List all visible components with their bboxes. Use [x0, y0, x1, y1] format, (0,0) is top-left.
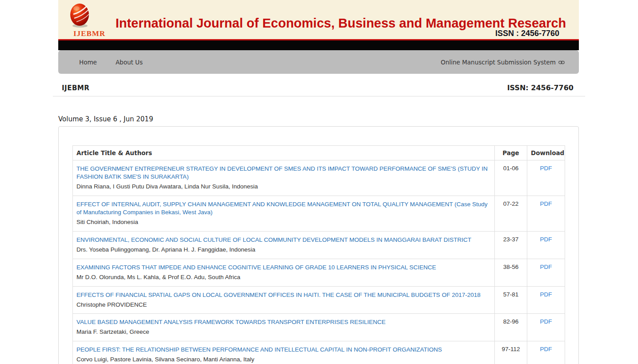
- article-title-link[interactable]: EFFECTS OF FINANCIAL SPATIAL GAPS ON LOC…: [76, 291, 491, 299]
- article-authors: Siti Choiriah, Indonesia: [76, 218, 491, 226]
- page-cell: 23-37: [495, 231, 527, 259]
- page-cell: 38-56: [495, 259, 527, 286]
- header-column: IJEBMR International Journal of Economic…: [58, 0, 579, 74]
- article-title-link[interactable]: EFFECT OF INTERNAL AUDIT, SUPPLY CHAIN M…: [76, 200, 491, 216]
- main-nav: Home About Us Online Manuscript Submissi…: [58, 50, 579, 74]
- banner-divider-bar: [58, 40, 579, 50]
- article-cell: PEOPLE FIRST: THE RELATIONSHIP BETWEEN P…: [73, 341, 495, 364]
- page-range: 38-56: [503, 264, 519, 270]
- article-title-link[interactable]: PEOPLE FIRST: THE RELATIONSHIP BETWEEN P…: [76, 346, 491, 354]
- table-row: PEOPLE FIRST: THE RELATIONSHIP BETWEEN P…: [73, 341, 565, 364]
- nav-item-home[interactable]: Home: [79, 59, 97, 66]
- article-authors: Corvo Luigi, Pastore Lavinia, Silvana Se…: [76, 356, 491, 364]
- article-authors: Maria F. Sartzetaki, Greece: [76, 328, 491, 336]
- download-cell: PDF: [527, 259, 565, 286]
- article-authors: Dinna Riana, I Gusti Putu Diva Awatara, …: [76, 183, 491, 191]
- article-authors: Mr D.O. Olorunda, Ms L. Kahla, & Prof E.…: [76, 273, 491, 281]
- download-cell: PDF: [527, 196, 565, 231]
- download-cell: PDF: [527, 314, 565, 341]
- article-authors: Christophe PROVIDENCE: [76, 301, 491, 309]
- page-range: 57-81: [503, 291, 519, 298]
- article-cell: EFFECTS OF FINANCIAL SPATIAL GAPS ON LOC…: [73, 286, 495, 314]
- article-table-body: THE GOVERNMENT ENTREPRENEUR STRATEGY IN …: [73, 160, 565, 364]
- pdf-download-link[interactable]: PDF: [540, 165, 552, 172]
- article-cell: EXAMINING FACTORS THAT IMPEDE AND ENHANC…: [73, 259, 495, 286]
- manuscript-submission-label[interactable]: Online Manuscript Submission System: [441, 59, 556, 66]
- page-cell: 07-22: [495, 196, 527, 231]
- nav-item-about-us[interactable]: About Us: [116, 59, 143, 66]
- articles-table: Article Title & Authors Page Download TH…: [72, 145, 565, 364]
- pdf-download-link[interactable]: PDF: [540, 264, 552, 270]
- journal-archive-page: IJEBMR International Journal of Economic…: [0, 0, 638, 364]
- article-cell: VALUE BASED MANAGEMENT ANALYSIS FRAMEWOR…: [73, 314, 495, 341]
- table-row: EXAMINING FACTORS THAT IMPEDE AND ENHANC…: [73, 259, 565, 286]
- table-row: ENVIRONMENTAL, ECONOMIC AND SOCIAL CULTU…: [73, 231, 565, 259]
- download-cell: PDF: [527, 231, 565, 259]
- table-row: VALUE BASED MANAGEMENT ANALYSIS FRAMEWOR…: [73, 314, 565, 341]
- article-cell: THE GOVERNMENT ENTREPRENEUR STRATEGY IN …: [73, 160, 495, 196]
- download-cell: PDF: [527, 341, 565, 364]
- table-header-row: Article Title & Authors Page Download: [73, 146, 565, 160]
- column-header-title: Article Title & Authors: [73, 146, 495, 160]
- subheader-issn: ISSN: 2456-7760: [507, 84, 574, 92]
- column-header-download: Download: [527, 146, 565, 160]
- page-range: 23-37: [503, 236, 519, 243]
- pdf-download-link[interactable]: PDF: [540, 318, 552, 325]
- page-cell: 82-96: [495, 314, 527, 341]
- issue-heading: Volume 3, Issue 6 , Jun 2019: [58, 115, 638, 123]
- articles-panel: Article Title & Authors Page Download TH…: [58, 126, 579, 364]
- download-cell: PDF: [527, 160, 565, 196]
- page-range: 01-06: [503, 165, 519, 172]
- banner-issn: ISSN : 2456-7760: [495, 29, 559, 38]
- article-cell: ENVIRONMENTAL, ECONOMIC AND SOCIAL CULTU…: [73, 231, 495, 259]
- logo-text: IJEBMR: [73, 29, 125, 38]
- article-authors: Drs. Yoseba Pulinggomang, Dr. Apriana H.…: [76, 246, 491, 254]
- link-icon: [558, 59, 565, 66]
- nav-links: Home About Us: [58, 59, 143, 66]
- table-row: EFFECTS OF FINANCIAL SPATIAL GAPS ON LOC…: [73, 286, 565, 314]
- table-row: THE GOVERNMENT ENTREPRENEUR STRATEGY IN …: [73, 160, 565, 196]
- pdf-download-link[interactable]: PDF: [540, 291, 552, 298]
- page-cell: 57-81: [495, 286, 527, 314]
- page-cell: 97-112: [495, 341, 527, 364]
- page-cell: 01-06: [495, 160, 527, 196]
- manuscript-submission-link[interactable]: Online Manuscript Submission System: [441, 59, 579, 66]
- pdf-download-link[interactable]: PDF: [540, 346, 552, 352]
- column-header-page: Page: [495, 146, 527, 160]
- page-range: 82-96: [503, 318, 519, 325]
- journal-banner: IJEBMR International Journal of Economic…: [58, 0, 579, 40]
- pdf-download-link[interactable]: PDF: [540, 200, 552, 207]
- article-title-link[interactable]: VALUE BASED MANAGEMENT ANALYSIS FRAMEWOR…: [76, 318, 491, 326]
- article-cell: EFFECT OF INTERNAL AUDIT, SUPPLY CHAIN M…: [73, 196, 495, 231]
- download-cell: PDF: [527, 286, 565, 314]
- article-title-link[interactable]: ENVIRONMENTAL, ECONOMIC AND SOCIAL CULTU…: [76, 236, 491, 244]
- page-range: 07-22: [503, 200, 519, 207]
- article-title-link[interactable]: THE GOVERNMENT ENTREPRENEUR STRATEGY IN …: [76, 165, 491, 181]
- article-title-link[interactable]: EXAMINING FACTORS THAT IMPEDE AND ENHANC…: [76, 264, 491, 272]
- pdf-download-link[interactable]: PDF: [540, 236, 552, 243]
- table-row: EFFECT OF INTERNAL AUDIT, SUPPLY CHAIN M…: [73, 196, 565, 231]
- subheader: IJEBMR ISSN: 2456-7760: [53, 74, 585, 96]
- subheader-journal-abbr: IJEBMR: [62, 84, 89, 92]
- page-range: 97-112: [502, 346, 520, 352]
